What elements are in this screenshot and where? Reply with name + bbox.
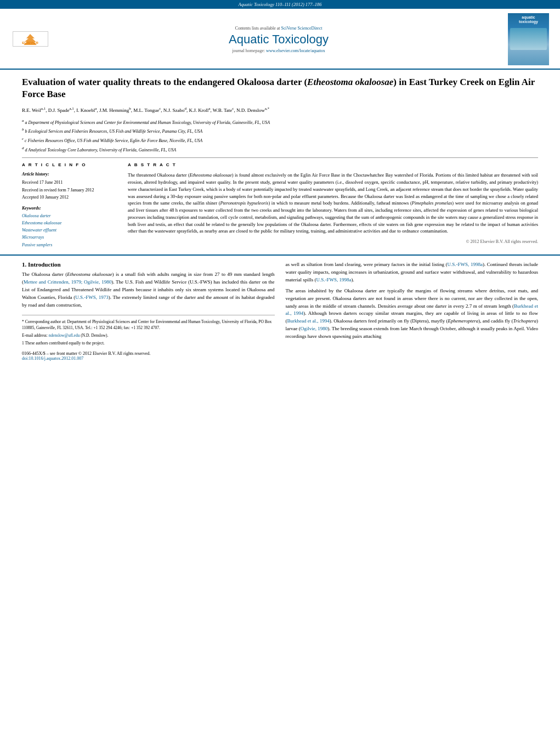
journal-citation: Aquatic Toxicology 110–111 (2012) 177–18… — [238, 2, 321, 7]
journal-homepage: journal homepage: www.elsevier.com/locat… — [49, 48, 508, 53]
body-two-col: 1. Introduction The Okaloosa darter (Eth… — [22, 261, 538, 361]
footnote-email: E-mail address: ndenslow@ufl.edu (N.D. D… — [22, 332, 275, 338]
two-col-info-abstract: A R T I C L E I N F O Article history: R… — [22, 162, 538, 249]
journal-title: Aquatic Toxicology — [49, 32, 508, 47]
issn-line: 0166-445X/$ – see front matter © 2012 El… — [22, 351, 275, 356]
ref-mettee[interactable]: Mettee and Crittenden, 1979; Ogilvie, 19… — [24, 279, 111, 285]
body-para-2: as well as siltation from land clearing,… — [286, 261, 539, 284]
email-link[interactable]: ndenslow@ufl.edu — [49, 333, 80, 338]
article-content: Evaluation of water quality threats to t… — [0, 70, 560, 254]
copyright-line: © 2012 Elsevier B.V. All rights reserved… — [128, 239, 538, 244]
section-1-title: 1. Introduction — [22, 261, 275, 268]
ref-fws1998a-2[interactable]: U.S.-FWS, 1998a — [316, 277, 352, 282]
keyword-3[interactable]: Wastewater effluent — [22, 227, 118, 233]
email-label: E-mail address: — [22, 333, 48, 338]
keyword-2[interactable]: Etheostoma okaloosae — [22, 220, 118, 226]
journal-cover-title: aquatic toxicology — [519, 15, 538, 25]
homepage-link[interactable]: www.elsevier.com/locate/aquatox — [266, 48, 325, 53]
article-info-col: A R T I C L E I N F O Article history: R… — [22, 162, 118, 249]
footnote-corresponding: * Corresponding author at: Department of… — [22, 319, 275, 331]
doi-link-line: doi:10.1016/j.aquatox.2012.01.007 — [22, 356, 275, 361]
keyword-5[interactable]: Passive samplers — [22, 242, 118, 248]
journal-bar: Aquatic Toxicology 110–111 (2012) 177–18… — [0, 0, 560, 9]
history-label: Article history: — [22, 172, 118, 177]
footnotes: * Corresponding author at: Department of… — [22, 315, 275, 347]
page: Aquatic Toxicology 110–111 (2012) 177–18… — [0, 0, 560, 741]
abstract-text: The threatened Okaloosa darter (Etheosto… — [128, 172, 538, 235]
article-info-heading: A R T I C L E I N F O — [22, 162, 118, 167]
keyword-1[interactable]: Okaloosa darter — [22, 213, 118, 219]
svg-text:ELSEVIER: ELSEVIER — [22, 41, 38, 44]
journal-cover: aquatic toxicology — [508, 13, 549, 65]
header-area: ELSEVIER Contents lists available at Sci… — [0, 9, 560, 70]
keywords-section: Keywords: Okaloosa darter Etheostoma oka… — [22, 206, 118, 248]
ref-ogilvie[interactable]: Ogilvie, 1980 — [301, 326, 328, 331]
body-content: 1. Introduction The Okaloosa darter (Eth… — [0, 254, 560, 366]
header-center: Contents lists available at SciVerse Sci… — [49, 26, 508, 53]
ref-burkhead[interactable]: Burkhead et al., 1994 — [286, 303, 539, 316]
doi-section: 0166-445X/$ – see front matter © 2012 El… — [22, 351, 275, 361]
affil-b: b b Ecological Services and Fisheries Re… — [22, 127, 538, 135]
footnote-1: 1 These authors contributed equally to t… — [22, 340, 275, 346]
divider-1 — [22, 157, 538, 158]
section-1-number: 1. — [22, 261, 26, 268]
affil-d: d d Analytical Toxicology Core Laborator… — [22, 145, 538, 154]
ref-burkhead-2[interactable]: Burkhead et al., 1994 — [287, 318, 330, 324]
affil-c: c c Fisheries Resources Office, US Fish … — [22, 136, 538, 144]
keywords-label: Keywords: — [22, 206, 118, 211]
keyword-4[interactable]: Microarrays — [22, 234, 118, 240]
affil-a: a a Department of Physiological Sciences… — [22, 118, 538, 126]
sciverse-line: Contents lists available at SciVerse Sci… — [49, 26, 508, 31]
received-revised-date: Received in revised form 7 January 2012 — [22, 187, 118, 193]
body-col-left: 1. Introduction The Okaloosa darter (Eth… — [22, 261, 275, 361]
authors-line: R.E. Weila,1, D.J. Spadea,1, I. Knoebla,… — [22, 106, 538, 115]
body-para-3: The areas inhabited by the Okaloosa dart… — [286, 287, 539, 341]
elsevier-box: ELSEVIER — [13, 31, 48, 47]
received-date: Received 17 June 2011 — [22, 179, 118, 185]
abstract-heading: A B S T R A C T — [128, 162, 538, 167]
elsevier-logo: ELSEVIER — [11, 31, 49, 48]
article-title: Evaluation of water quality threats to t… — [22, 76, 538, 100]
abstract-col: A B S T R A C T The threatened Okaloosa … — [128, 162, 538, 249]
body-para-1: The Okaloosa darter (Etheostoma okaloosa… — [22, 271, 275, 309]
accepted-date: Accepted 10 January 2012 — [22, 194, 118, 200]
sciverse-link[interactable]: SciVerse ScienceDirect — [281, 26, 323, 31]
cover-wave-image — [510, 28, 547, 50]
ref-fws1973[interactable]: U.S.-FWS, 1973 — [75, 295, 109, 300]
affiliations: a a Department of Physiological Sciences… — [22, 118, 538, 154]
body-col-right: as well as siltation from land clearing,… — [286, 261, 539, 361]
doi-link[interactable]: doi:10.1016/j.aquatox.2012.01.007 — [22, 356, 83, 361]
ref-fws1998a-1[interactable]: U.S.-FWS, 1998a — [448, 262, 483, 267]
